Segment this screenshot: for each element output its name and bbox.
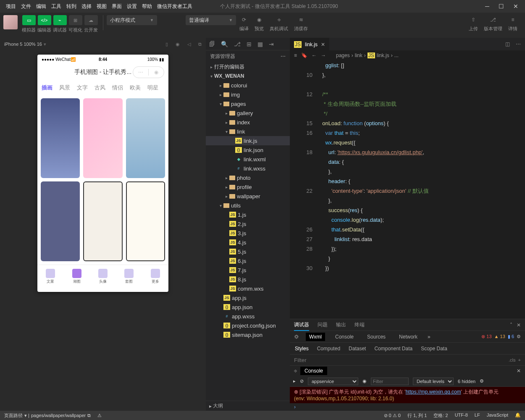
debugger-button[interactable]: ⌁ <box>53 15 67 25</box>
error-count[interactable]: ⊗ 13 <box>481 334 491 339</box>
gallery-image[interactable] <box>83 181 122 261</box>
menu-wxdev[interactable]: 微信开发者工具 <box>155 3 195 10</box>
tree-item-app.js[interactable]: JSapp.js <box>206 293 290 302</box>
code-editor[interactable]: 10 12 1516 18 22 262728 30 gglist: [] },… <box>290 60 525 319</box>
console-settings-icon[interactable]: ⚙ <box>480 378 484 384</box>
gallery-image[interactable] <box>126 98 165 178</box>
console-tab[interactable]: Console <box>300 367 327 375</box>
subtab-network[interactable]: Network <box>396 333 421 341</box>
menu-edit[interactable]: 编辑 <box>34 3 49 10</box>
cursor-pos[interactable]: 行 1, 列 1 <box>407 412 427 419</box>
tree-item-img[interactable]: ▸img <box>206 90 290 99</box>
devtools-tab-problems[interactable]: 问题 <box>318 321 328 328</box>
console-toggle-icon[interactable]: ⎆ <box>294 368 297 374</box>
gallery-image[interactable] <box>41 98 80 178</box>
list-icon[interactable]: ≡ <box>294 52 297 58</box>
info-count[interactable]: ▮ 6 <box>508 334 514 339</box>
explorer-search-icon[interactable]: 🔍 <box>221 41 228 47</box>
menu-settings[interactable]: 设置 <box>124 3 139 10</box>
menu-help[interactable]: 帮助 <box>139 3 155 10</box>
opened-editors-section[interactable]: ▸打开的编辑器 <box>206 62 290 71</box>
inspect-icon[interactable]: ⯐ <box>294 334 299 340</box>
encoding-info[interactable]: UTF-8 <box>455 412 468 419</box>
tabbar-item[interactable]: 潮图 <box>63 265 89 288</box>
tree-item-wallpaper[interactable]: ▸wallpaper <box>206 192 290 201</box>
tree-item-pages[interactable]: ▾pages <box>206 99 290 108</box>
subtab-wxml[interactable]: Wxml <box>306 333 325 341</box>
upload-icon[interactable]: ⇧ <box>469 15 478 24</box>
subtab-console[interactable]: Console <box>332 333 357 341</box>
sim-record-icon[interactable]: ◉ <box>176 42 180 47</box>
tree-item-sitemap.json[interactable]: {}sitemap.json <box>206 330 290 339</box>
menu-view[interactable]: 视图 <box>94 3 109 10</box>
sim-cut-icon[interactable]: ⧉ <box>198 42 202 47</box>
tree-item-7.js[interactable]: JS7.js <box>206 265 290 275</box>
error-link[interactable]: https://mp.weixin.qq.com <box>406 389 461 395</box>
explorer-ext-icon[interactable]: ⊞ <box>247 41 252 47</box>
more-icon[interactable]: ⋯ <box>281 53 286 59</box>
tree-item-link.js[interactable]: JSlink.js <box>206 136 290 145</box>
context-select[interactable]: appservice <box>308 378 358 385</box>
hidden-count[interactable]: 6 hidden <box>458 379 475 384</box>
chevron-up-icon[interactable]: ˄ <box>510 322 512 328</box>
explorer-branch-icon[interactable]: ⎇ <box>234 41 241 47</box>
tree-item-1.js[interactable]: JS1.js <box>206 210 290 219</box>
bookmark-icon[interactable]: 🔖 <box>301 52 307 58</box>
clear-cache-icon[interactable]: ≋ <box>297 15 306 24</box>
capsule-close-icon[interactable]: ◉ <box>149 69 164 75</box>
menu-file[interactable]: 文件 <box>18 3 34 10</box>
close-console-icon[interactable]: ✕ <box>517 368 521 374</box>
nav-back-icon[interactable]: ← <box>312 52 317 58</box>
console-toggle-icon[interactable]: ▸ <box>293 378 296 384</box>
editor-tab[interactable]: JS link.js ✕ <box>290 38 329 50</box>
compile-icon[interactable]: ⟳ <box>239 15 249 24</box>
component-data-tab[interactable]: Component Data <box>374 346 412 352</box>
menu-select[interactable]: 选择 <box>79 3 94 10</box>
tree-item-utils[interactable]: ▾utils <box>206 201 290 210</box>
menu-project[interactable]: 项目 <box>3 3 18 10</box>
tabbar-item[interactable]: 头像 <box>90 265 116 288</box>
explorer-collapse-icon[interactable]: ⇥ <box>269 41 274 47</box>
outline-section[interactable]: ▸ 大纲 <box>206 401 290 411</box>
visual-button[interactable]: ⊞ <box>69 15 82 25</box>
cloud-button[interactable]: ☁ <box>84 15 98 25</box>
menu-goto[interactable]: 转到 <box>64 3 79 10</box>
minimize-icon[interactable]: ─ <box>485 3 489 10</box>
tree-item-comm.wxs[interactable]: JScomm.wxs <box>206 284 290 293</box>
explorer-files-icon[interactable]: 🗐 <box>209 41 215 47</box>
tree-item-gallery[interactable]: ▸gallery <box>206 108 290 118</box>
computed-tab[interactable]: Computed <box>317 346 340 352</box>
tree-item-photo[interactable]: ▸photo <box>206 173 290 182</box>
editor-more-icon[interactable]: ⋯ <box>516 41 521 47</box>
tree-item-app.json[interactable]: {}app.json <box>206 302 290 312</box>
maximize-icon[interactable]: ☐ <box>499 3 504 10</box>
settings-icon[interactable]: ⚙ <box>517 334 521 339</box>
gallery-image[interactable] <box>126 181 165 261</box>
scope-data-tab[interactable]: Scope Data <box>421 346 447 352</box>
project-section[interactable]: ▾WX_WENAN <box>206 71 290 81</box>
tabbar-item[interactable]: 套图 <box>116 265 142 288</box>
tabbar-item[interactable]: 更多 <box>142 265 168 288</box>
menu-tools[interactable]: 工具 <box>49 3 64 10</box>
tree-item-link.json[interactable]: {}link.json <box>206 145 290 155</box>
warn-icon[interactable]: ⚠ <box>97 413 102 418</box>
page-route[interactable]: 页面路径 ▾ | pages/wallpaper/wallpaper ⧉ <box>4 412 91 419</box>
styles-tab[interactable]: Styles <box>295 346 309 352</box>
split-editor-icon[interactable]: ◫ <box>505 41 510 47</box>
simulator-button[interactable]: ▭ <box>22 15 36 25</box>
tree-item-5.js[interactable]: JS5.js <box>206 247 290 256</box>
capsule-menu-icon[interactable]: ⋯ <box>133 69 148 75</box>
gallery-image[interactable] <box>83 98 122 178</box>
preview-icon[interactable]: ◉ <box>255 15 264 24</box>
tree-item-link.wxss[interactable]: #link.wxss <box>206 164 290 173</box>
more-tabs-icon[interactable]: » <box>428 334 430 340</box>
tree-item-8.js[interactable]: JS8.js <box>206 275 290 284</box>
tree-item-3.js[interactable]: JS3.js <box>206 228 290 238</box>
styles-filter-input[interactable] <box>294 357 336 363</box>
editor-button[interactable]: </> <box>38 15 51 25</box>
category-tabs[interactable]: 插画 风景文字 古风情侣 欧美明星 <box>37 81 168 95</box>
devtools-tab-terminal[interactable]: 终端 <box>354 321 365 328</box>
console-prompt[interactable]: › <box>290 403 525 411</box>
details-icon[interactable]: ≡ <box>508 15 517 24</box>
problems-count[interactable]: ⊘ 0 ⚠ 0 <box>384 413 401 418</box>
